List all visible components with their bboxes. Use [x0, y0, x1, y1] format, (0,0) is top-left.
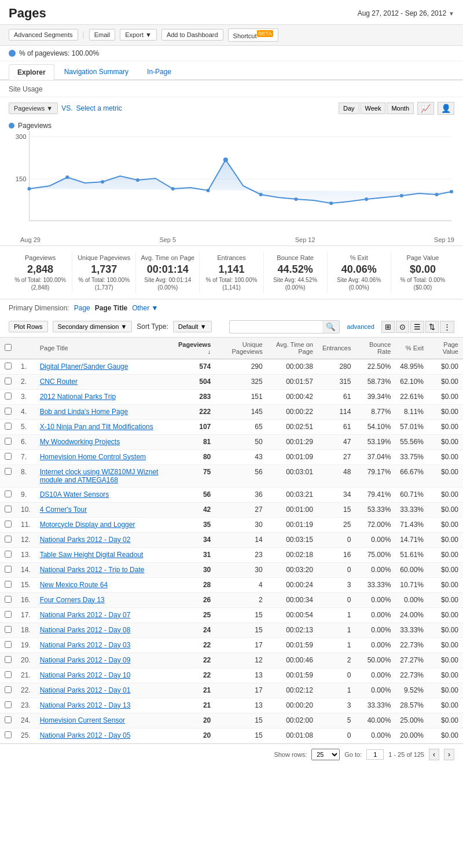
- row-checkbox[interactable]: [5, 686, 12, 693]
- row-checkbox[interactable]: [5, 408, 12, 415]
- row-checkbox[interactable]: [5, 566, 12, 573]
- page-title-link[interactable]: National Parks 2012 - Day 08: [40, 626, 131, 634]
- row-checkbox[interactable]: [5, 468, 12, 475]
- th-pageviews[interactable]: Pageviews ↓: [171, 337, 215, 359]
- plot-rows-button[interactable]: Plot Rows: [9, 321, 48, 332]
- day-button[interactable]: Day: [339, 102, 359, 114]
- row-checkbox[interactable]: [5, 378, 12, 384]
- row-num: 4.: [16, 404, 35, 419]
- shortcut-button[interactable]: ShortcutBETA: [228, 28, 279, 42]
- page-title-link[interactable]: Motorcycle Display and Logger: [40, 521, 135, 529]
- page-title-link[interactable]: My Woodworking Projects: [40, 438, 120, 446]
- row-checkbox[interactable]: [5, 611, 12, 618]
- add-to-dashboard-button[interactable]: Add to Dashboard: [161, 29, 223, 41]
- week-button[interactable]: Week: [361, 102, 386, 114]
- dim-page[interactable]: Page: [74, 304, 90, 312]
- stat-page-value: Page Value $0.00 % of Total: 0.00% ($0.0…: [391, 252, 454, 293]
- page-title-link[interactable]: National Parks 2012 - Day 03: [40, 641, 131, 649]
- row-checkbox[interactable]: [5, 506, 12, 512]
- metric-dropdown[interactable]: Pageviews ▼: [9, 102, 58, 114]
- table-row: 25. National Parks 2012 - Day 05 20 15 0…: [0, 728, 463, 743]
- page-title-link[interactable]: National Parks 2012 - Day 09: [40, 656, 131, 664]
- row-checkbox[interactable]: [5, 490, 12, 497]
- row-checkbox[interactable]: [5, 671, 12, 678]
- search-button[interactable]: 🔍: [322, 321, 339, 333]
- page-title-link[interactable]: New Mexico Route 64: [40, 581, 108, 589]
- page-title-link[interactable]: National Parks 2012 - Trip to Date: [40, 566, 145, 574]
- table-row: 18. National Parks 2012 - Day 08 24 15 0…: [0, 622, 463, 638]
- next-page-button[interactable]: ›: [444, 749, 454, 760]
- tab-explorer[interactable]: Explorer: [9, 64, 54, 80]
- page-title-link[interactable]: National Parks 2012 - Day 07: [40, 611, 131, 619]
- th-page-value[interactable]: Page Value: [428, 337, 463, 359]
- row-checkbox[interactable]: [5, 438, 12, 445]
- date-range[interactable]: Aug 27, 2012 - Sep 26, 2012 ▼: [358, 9, 454, 17]
- row-checkbox[interactable]: [5, 536, 12, 543]
- page-title-link[interactable]: X-10 Ninja Pan and Tilt Modifications: [40, 423, 153, 431]
- page-title-link[interactable]: National Parks 2012 - Day 02: [40, 536, 131, 544]
- row-checkbox[interactable]: [5, 393, 12, 400]
- email-button[interactable]: Email: [89, 29, 116, 41]
- row-checkbox[interactable]: [5, 581, 12, 588]
- export-button[interactable]: Export ▼: [120, 29, 157, 41]
- page-title-link[interactable]: DS10A Water Sensors: [40, 490, 109, 499]
- dim-other[interactable]: Other ▼: [132, 304, 158, 312]
- page-title-link[interactable]: Table Saw Height Digital Readout: [40, 551, 144, 559]
- select-all-checkbox[interactable]: [5, 344, 12, 351]
- page-title-link[interactable]: National Parks 2012 - Day 01: [40, 686, 131, 694]
- th-avg-time[interactable]: Avg. Time on Page: [267, 337, 318, 359]
- dim-page-title[interactable]: Page Title: [95, 304, 127, 312]
- advanced-link[interactable]: advanced: [347, 323, 374, 330]
- page-title-link[interactable]: Internet clock using WIZ810MJ Wiznet mod…: [40, 468, 159, 484]
- row-checkbox[interactable]: [5, 521, 12, 528]
- line-chart-icon[interactable]: 📈: [417, 102, 434, 115]
- th-bounce-rate[interactable]: Bounce Rate: [355, 337, 395, 359]
- tab-navigation-summary[interactable]: Navigation Summary: [56, 64, 137, 79]
- sort-default-button[interactable]: Default ▼: [173, 321, 212, 332]
- page-title-link[interactable]: National Parks 2012 - Day 05: [40, 731, 131, 739]
- page-title-link[interactable]: Homevision Home Control System: [40, 453, 146, 461]
- search-box: 🔍: [229, 320, 340, 334]
- grid-view-button[interactable]: ⊞: [381, 321, 395, 333]
- advanced-segments-button[interactable]: Advanced Segments: [9, 29, 78, 41]
- row-checkbox[interactable]: [5, 626, 12, 633]
- select-metric[interactable]: Select a metric: [76, 104, 122, 112]
- page-title-link[interactable]: Bob and Linda's Home Page: [40, 408, 128, 416]
- page-title-link[interactable]: Four Corners Day 13: [40, 596, 105, 604]
- row-bounce-rate: 37.04%: [355, 449, 395, 464]
- page-title-link[interactable]: CNC Router: [40, 378, 78, 386]
- th-entrances[interactable]: Entrances: [318, 337, 356, 359]
- prev-page-button[interactable]: ‹: [429, 749, 439, 760]
- list-view-button[interactable]: ☰: [410, 321, 424, 333]
- sparkline-view-button[interactable]: ⋮: [440, 321, 454, 333]
- row-checkbox[interactable]: [5, 453, 12, 460]
- row-checkbox[interactable]: [5, 701, 12, 708]
- comparison-view-button[interactable]: ⇅: [425, 321, 439, 333]
- svg-point-19: [365, 197, 368, 201]
- tab-in-page[interactable]: In-Page: [138, 64, 180, 79]
- metric-selector: Pageviews ▼ VS. Select a metric: [9, 102, 122, 114]
- row-checkbox[interactable]: [5, 656, 12, 663]
- row-checkbox[interactable]: [5, 731, 12, 738]
- row-checkbox[interactable]: [5, 596, 12, 603]
- th-unique-pageviews[interactable]: Unique Pageviews: [215, 337, 267, 359]
- row-checkbox[interactable]: [5, 716, 12, 723]
- rows-select[interactable]: 25 10 50 100: [311, 749, 340, 760]
- page-title-link[interactable]: 4 Corner's Tour: [40, 506, 87, 514]
- page-title-link[interactable]: Homevision Current Sensor: [40, 716, 125, 724]
- row-checkbox[interactable]: [5, 362, 12, 369]
- pivot-view-button[interactable]: ⊙: [396, 321, 409, 333]
- page-title-link[interactable]: 2012 National Parks Trip: [40, 393, 116, 401]
- bar-chart-icon[interactable]: 👤: [438, 102, 454, 115]
- page-title-link[interactable]: National Parks 2012 - Day 10: [40, 671, 131, 679]
- search-input[interactable]: [230, 321, 322, 332]
- secondary-dimension-button[interactable]: Secondary dimension ▼: [53, 321, 133, 332]
- month-button[interactable]: Month: [387, 102, 414, 114]
- th-pct-exit[interactable]: % Exit: [395, 337, 428, 359]
- goto-input[interactable]: [366, 749, 384, 760]
- row-checkbox[interactable]: [5, 423, 12, 430]
- page-title-link[interactable]: National Parks 2012 - Day 13: [40, 701, 131, 709]
- row-checkbox[interactable]: [5, 551, 12, 558]
- page-title-link[interactable]: Digital Planer/Sander Gauge: [40, 362, 128, 371]
- row-checkbox[interactable]: [5, 641, 12, 648]
